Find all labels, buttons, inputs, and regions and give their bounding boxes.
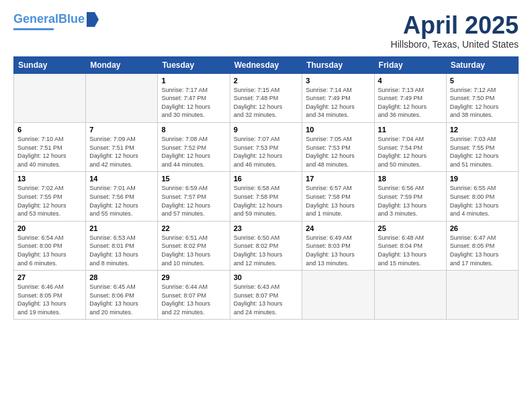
calendar-cell: 18Sunrise: 6:56 AM Sunset: 7:59 PM Dayli… — [374, 172, 446, 221]
day-number: 16 — [234, 175, 299, 183]
day-info: Sunrise: 6:51 AM Sunset: 8:02 PM Dayligh… — [161, 234, 226, 267]
day-info: Sunrise: 6:56 AM Sunset: 7:59 PM Dayligh… — [378, 184, 443, 218]
day-number: 21 — [89, 224, 154, 232]
calendar-week-5: 27Sunrise: 6:46 AM Sunset: 8:05 PM Dayli… — [14, 271, 519, 320]
header: GeneralBlue April 2025 Hillsboro, Texas,… — [13, 12, 519, 50]
day-info: Sunrise: 7:08 AM Sunset: 7:52 PM Dayligh… — [161, 135, 226, 169]
day-number: 26 — [450, 224, 515, 232]
calendar-cell: 25Sunrise: 6:48 AM Sunset: 8:04 PM Dayli… — [374, 221, 446, 270]
logo: GeneralBlue — [13, 12, 99, 30]
day-number: 15 — [161, 175, 226, 183]
svg-marker-0 — [87, 12, 99, 27]
col-monday: Monday — [86, 56, 158, 73]
calendar-cell — [86, 73, 158, 122]
main-title: April 2025 — [391, 12, 519, 39]
title-area: April 2025 Hillsboro, Texas, United Stat… — [391, 12, 519, 50]
calendar-cell — [446, 271, 518, 320]
day-number: 12 — [450, 126, 515, 134]
day-info: Sunrise: 6:48 AM Sunset: 8:04 PM Dayligh… — [378, 234, 443, 267]
calendar-cell: 12Sunrise: 7:03 AM Sunset: 7:55 PM Dayli… — [446, 122, 518, 171]
calendar-cell: 4Sunrise: 7:13 AM Sunset: 7:49 PM Daylig… — [374, 73, 446, 122]
day-info: Sunrise: 6:44 AM Sunset: 8:07 PM Dayligh… — [161, 283, 226, 316]
day-info: Sunrise: 6:53 AM Sunset: 8:01 PM Dayligh… — [89, 234, 154, 267]
day-number: 1 — [161, 77, 226, 85]
day-info: Sunrise: 7:10 AM Sunset: 7:51 PM Dayligh… — [17, 135, 82, 169]
day-info: Sunrise: 7:02 AM Sunset: 7:55 PM Dayligh… — [17, 184, 82, 218]
calendar-header-row: Sunday Monday Tuesday Wednesday Thursday… — [14, 56, 519, 73]
day-info: Sunrise: 7:05 AM Sunset: 7:53 PM Dayligh… — [306, 135, 370, 169]
calendar-cell: 30Sunrise: 6:43 AM Sunset: 8:07 PM Dayli… — [230, 271, 302, 320]
day-number: 3 — [306, 77, 370, 85]
day-info: Sunrise: 6:43 AM Sunset: 8:07 PM Dayligh… — [234, 283, 299, 316]
day-info: Sunrise: 6:46 AM Sunset: 8:05 PM Dayligh… — [17, 283, 82, 316]
calendar-cell: 7Sunrise: 7:09 AM Sunset: 7:51 PM Daylig… — [86, 122, 158, 171]
day-info: Sunrise: 6:59 AM Sunset: 7:57 PM Dayligh… — [161, 184, 226, 218]
day-number: 18 — [378, 175, 443, 183]
day-number: 24 — [306, 224, 370, 232]
calendar-cell: 26Sunrise: 6:47 AM Sunset: 8:05 PM Dayli… — [446, 221, 518, 270]
day-info: Sunrise: 6:47 AM Sunset: 8:05 PM Dayligh… — [450, 234, 515, 267]
day-info: Sunrise: 6:54 AM Sunset: 8:00 PM Dayligh… — [17, 234, 82, 267]
calendar-cell: 16Sunrise: 6:58 AM Sunset: 7:58 PM Dayli… — [230, 172, 302, 221]
calendar-cell: 6Sunrise: 7:10 AM Sunset: 7:51 PM Daylig… — [14, 122, 86, 171]
subtitle: Hillsboro, Texas, United States — [391, 39, 519, 50]
day-info: Sunrise: 6:50 AM Sunset: 8:02 PM Dayligh… — [234, 234, 299, 267]
calendar-cell: 24Sunrise: 6:49 AM Sunset: 8:03 PM Dayli… — [302, 221, 374, 270]
day-number: 10 — [306, 126, 370, 134]
calendar-cell: 14Sunrise: 7:01 AM Sunset: 7:56 PM Dayli… — [86, 172, 158, 221]
day-info: Sunrise: 7:15 AM Sunset: 7:48 PM Dayligh… — [234, 86, 299, 120]
calendar-week-1: 1Sunrise: 7:17 AM Sunset: 7:47 PM Daylig… — [14, 73, 519, 122]
calendar-cell — [374, 271, 446, 320]
calendar-cell: 13Sunrise: 7:02 AM Sunset: 7:55 PM Dayli… — [14, 172, 86, 221]
logo-icon — [87, 12, 99, 27]
day-number: 14 — [89, 175, 154, 183]
logo-text: GeneralBlue — [13, 13, 85, 26]
day-number: 25 — [378, 224, 443, 232]
day-info: Sunrise: 7:09 AM Sunset: 7:51 PM Dayligh… — [89, 135, 154, 169]
calendar-cell — [14, 73, 86, 122]
calendar-cell: 29Sunrise: 6:44 AM Sunset: 8:07 PM Dayli… — [158, 271, 230, 320]
day-info: Sunrise: 7:07 AM Sunset: 7:53 PM Dayligh… — [234, 135, 299, 169]
day-info: Sunrise: 7:14 AM Sunset: 7:49 PM Dayligh… — [306, 86, 370, 120]
day-number: 29 — [161, 273, 226, 281]
calendar-cell: 9Sunrise: 7:07 AM Sunset: 7:53 PM Daylig… — [230, 122, 302, 171]
day-number: 20 — [17, 224, 82, 232]
day-number: 22 — [161, 224, 226, 232]
day-info: Sunrise: 6:55 AM Sunset: 8:00 PM Dayligh… — [450, 184, 515, 218]
calendar-cell: 10Sunrise: 7:05 AM Sunset: 7:53 PM Dayli… — [302, 122, 374, 171]
day-number: 2 — [234, 77, 299, 85]
day-number: 17 — [306, 175, 370, 183]
col-sunday: Sunday — [14, 56, 86, 73]
calendar-cell: 23Sunrise: 6:50 AM Sunset: 8:02 PM Dayli… — [230, 221, 302, 270]
day-number: 23 — [234, 224, 299, 232]
calendar-table: Sunday Monday Tuesday Wednesday Thursday… — [13, 56, 519, 320]
day-info: Sunrise: 7:12 AM Sunset: 7:50 PM Dayligh… — [450, 86, 515, 120]
col-thursday: Thursday — [302, 56, 374, 73]
calendar-cell: 20Sunrise: 6:54 AM Sunset: 8:00 PM Dayli… — [14, 221, 86, 270]
calendar-cell: 8Sunrise: 7:08 AM Sunset: 7:52 PM Daylig… — [158, 122, 230, 171]
calendar-cell: 3Sunrise: 7:14 AM Sunset: 7:49 PM Daylig… — [302, 73, 374, 122]
logo-bar — [13, 28, 54, 30]
day-number: 11 — [378, 126, 443, 134]
col-tuesday: Tuesday — [158, 56, 230, 73]
col-wednesday: Wednesday — [230, 56, 302, 73]
day-info: Sunrise: 7:03 AM Sunset: 7:55 PM Dayligh… — [450, 135, 515, 169]
calendar-cell: 11Sunrise: 7:04 AM Sunset: 7:54 PM Dayli… — [374, 122, 446, 171]
col-saturday: Saturday — [446, 56, 518, 73]
day-info: Sunrise: 7:13 AM Sunset: 7:49 PM Dayligh… — [378, 86, 443, 120]
page: GeneralBlue April 2025 Hillsboro, Texas,… — [0, 0, 532, 411]
day-number: 28 — [89, 273, 154, 281]
day-info: Sunrise: 7:04 AM Sunset: 7:54 PM Dayligh… — [378, 135, 443, 169]
day-number: 13 — [17, 175, 82, 183]
calendar-cell: 19Sunrise: 6:55 AM Sunset: 8:00 PM Dayli… — [446, 172, 518, 221]
calendar-cell: 2Sunrise: 7:15 AM Sunset: 7:48 PM Daylig… — [230, 73, 302, 122]
calendar-cell: 27Sunrise: 6:46 AM Sunset: 8:05 PM Dayli… — [14, 271, 86, 320]
calendar-cell: 28Sunrise: 6:45 AM Sunset: 8:06 PM Dayli… — [86, 271, 158, 320]
day-info: Sunrise: 6:57 AM Sunset: 7:58 PM Dayligh… — [306, 184, 370, 218]
calendar-week-2: 6Sunrise: 7:10 AM Sunset: 7:51 PM Daylig… — [14, 122, 519, 171]
day-number: 30 — [234, 273, 299, 281]
calendar-week-3: 13Sunrise: 7:02 AM Sunset: 7:55 PM Dayli… — [14, 172, 519, 221]
day-number: 19 — [450, 175, 515, 183]
day-info: Sunrise: 6:58 AM Sunset: 7:58 PM Dayligh… — [234, 184, 299, 218]
day-info: Sunrise: 7:17 AM Sunset: 7:47 PM Dayligh… — [161, 86, 226, 120]
